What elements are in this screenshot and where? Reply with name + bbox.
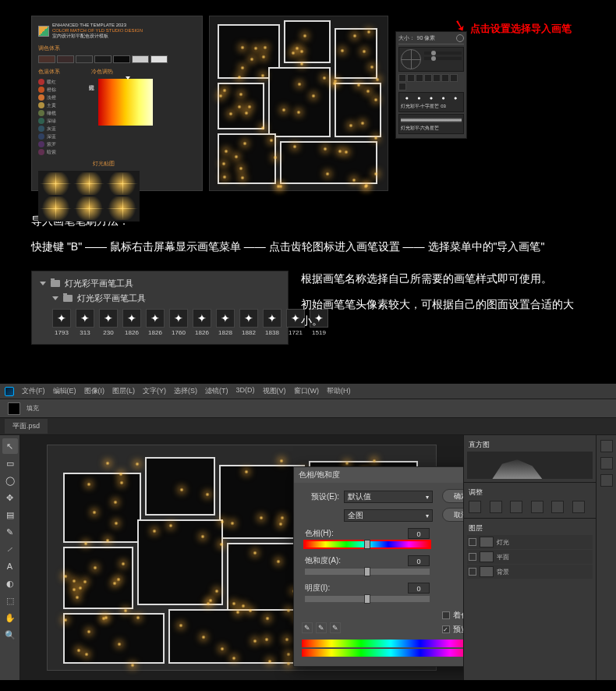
layer-row[interactable]: 背景 [467,565,593,579]
ok-button[interactable]: 确定 [442,489,463,503]
panel-icon[interactable] [600,440,613,452]
brush-thumb[interactable] [416,74,423,82]
hue-slider[interactable] [305,541,430,547]
palette-color-list: 暖红橙棕淡橙土黄橄榄深绿灰蓝深蓝紫罗暗紫 [38,79,81,157]
tool-button[interactable]: ▤ [2,507,18,523]
tool-button[interactable]: ✋ [2,610,18,625]
brush-item[interactable]: ✦1828 [216,309,235,336]
gear-icon[interactable] [456,34,464,42]
tool-button[interactable]: 🔍 [2,627,18,643]
menu-item[interactable]: 窗口(W) [294,386,320,396]
ps-document-tabs[interactable]: 平面.psd [0,418,616,435]
colorize-checkbox[interactable] [442,611,450,619]
brush-item[interactable]: ✦1793 [52,309,71,336]
menu-item[interactable]: 视图(V) [263,386,286,396]
preview-checkbox[interactable]: ✓ [442,625,450,633]
document-tab[interactable]: 平面.psd [5,419,48,434]
brush-thumb[interactable] [398,74,406,82]
ps-toolbar[interactable]: ↖▭◯✥▤✎⟋A◐⬚✋🔍 [0,435,20,680]
hue-value[interactable]: 0 [408,528,430,539]
visibility-icon[interactable] [469,553,476,561]
tool-button[interactable]: ◯ [2,473,18,488]
ps-panels-right[interactable]: 直方图 调整 图层 灯光平面背景 [463,435,596,680]
menu-item[interactable]: 帮助(H) [327,386,351,396]
brush-preset-1[interactable]: 灯光彩平-十字星芒 03 [398,92,464,112]
brush-thumb-row[interactable] [398,74,464,90]
tool-button[interactable]: ✥ [2,490,18,505]
brush-angle-control[interactable] [401,49,421,69]
tool-button[interactable]: ◐ [2,576,18,591]
menu-item[interactable]: 图像(I) [84,386,105,396]
color-dot [38,94,44,101]
layer-row[interactable]: 灯光 [467,535,593,549]
brush-thumb[interactable] [424,74,432,82]
adjustment-icon[interactable] [551,501,564,513]
adjustment-icon[interactable] [572,501,585,513]
brush-list-panel[interactable]: 灯光彩平画笔工具 灯光彩平画笔工具 ✦1793✦313✦230✦1826✦182… [31,271,289,345]
brush-thumb[interactable] [398,83,406,90]
tool-button[interactable]: ▭ [2,455,18,471]
brush-folder-2[interactable]: 灯光彩平画笔工具 [37,291,283,306]
foreground-swatch[interactable] [8,402,20,415]
brush-thumb[interactable] [450,74,458,82]
brush-thumb[interactable] [441,74,449,82]
hue-saturation-dialog[interactable]: 色相/饱和度 ✕ 确定 取消 预设(E): 默认值 [293,466,463,667]
brush-item[interactable]: ✦1882 [239,309,258,336]
tool-button[interactable]: ↖ [2,438,18,454]
master-select[interactable]: 全图 [344,509,433,522]
preset-select[interactable]: 默认值 [344,491,433,503]
saturation-value[interactable]: 0 [408,555,430,566]
visibility-icon[interactable] [469,538,476,546]
visibility-icon[interactable] [469,568,476,576]
brush-item[interactable]: ✦230 [99,309,118,336]
brush-item[interactable]: ✦1826 [122,309,141,336]
brush-preset-2[interactable]: 灯光彩平-六角星芒 [398,114,464,134]
brush-thumb[interactable] [407,74,415,82]
brush-item[interactable]: ✦313 [76,309,94,336]
eyedropper-minus-icon[interactable]: ✎ [330,622,341,633]
light-glow [286,608,291,613]
light-effects-grid [38,171,140,221]
tool-button[interactable]: ⟋ [2,541,18,557]
eyedropper-plus-icon[interactable]: ✎ [316,622,327,633]
adjustment-icon[interactable] [490,501,502,513]
tool-button[interactable]: A [2,558,18,574]
tool-button[interactable]: ✎ [2,524,18,540]
light-glow [93,565,97,570]
ps-options-bar[interactable]: 填充 [0,399,616,418]
brush-thumb[interactable] [433,74,441,82]
menu-item[interactable]: 滤镜(T) [205,386,228,396]
brush-item[interactable]: ✦1838 [263,309,281,336]
menu-item[interactable]: 3D(D) [236,386,255,396]
ps-canvas-area[interactable]: 色相/饱和度 ✕ 确定 取消 预设(E): 默认值 [20,435,463,680]
panel-icon[interactable] [600,474,613,487]
layer-row[interactable]: 平面 [467,550,593,564]
brush-item[interactable]: ✦1826 [193,309,211,336]
menu-item[interactable]: 文件(F) [22,386,45,396]
brush-item[interactable]: ✦1826 [146,309,165,336]
star-icon: ✦ [221,312,230,324]
light-glow [222,88,227,93]
eyedropper-icon[interactable]: ✎ [302,622,313,633]
lightness-slider[interactable] [305,596,430,602]
menu-item[interactable]: 选择(S) [174,386,197,396]
brush-slider-1[interactable] [424,51,462,55]
panel-icon[interactable] [600,457,613,470]
ps-collapsed-panels[interactable] [596,435,616,680]
adjustment-icon[interactable] [510,501,522,513]
menu-item[interactable]: 编辑(E) [53,386,76,396]
light-glow [276,559,281,564]
brush-slider-2[interactable] [424,57,462,60]
brush-settings-panel[interactable]: 大小： 90 像素 灯光彩平-十字星芒 03 [395,31,467,139]
brush-folder-1[interactable]: 灯光彩平画笔工具 [37,276,283,291]
menu-item[interactable]: 文字(Y) [143,386,166,396]
lightness-value[interactable]: 0 [408,583,430,594]
saturation-slider[interactable] [305,569,430,575]
cancel-button[interactable]: 取消 [442,508,463,522]
ps-menubar[interactable]: 文件(F)编辑(E)图像(I)图层(L)文字(Y)选择(S)滤镜(T)3D(D)… [0,384,616,399]
tool-button[interactable]: ⬚ [2,593,18,608]
brush-item[interactable]: ✦1760 [169,309,188,336]
adjustment-icon[interactable] [531,501,543,513]
menu-item[interactable]: 图层(L) [112,386,135,396]
adjustment-icon[interactable] [469,501,481,513]
